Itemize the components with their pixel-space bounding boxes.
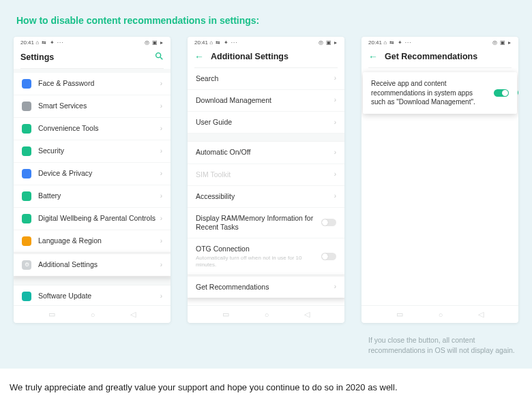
row-icon xyxy=(22,292,31,301)
system-nav: ▭ ○ ◁ xyxy=(188,305,344,323)
settings-row[interactable]: Convenience Tools › xyxy=(14,118,171,140)
row-label: Convenience Tools xyxy=(38,124,160,133)
settings-row[interactable]: Battery › xyxy=(14,185,171,208)
back-icon[interactable]: ← xyxy=(368,51,378,62)
settings-row[interactable]: Backup and Reset › xyxy=(188,299,344,305)
chevron-right-icon: › xyxy=(334,74,336,83)
row-label: Security xyxy=(38,146,160,155)
chevron-right-icon: › xyxy=(334,170,336,179)
chevron-right-icon: › xyxy=(160,261,162,270)
row-icon xyxy=(22,146,31,156)
nav-home-icon[interactable]: ○ xyxy=(91,311,95,319)
phone-settings: 20:41 ⌂ ⇆ ✦ ··· ◎ ▣ ▸ Settings Face & Pa… xyxy=(14,37,171,323)
step-badge-3: 3 xyxy=(518,89,518,97)
nav-recents-icon[interactable]: ▭ xyxy=(396,310,403,319)
settings-row[interactable]: Accessibility › xyxy=(188,186,344,208)
chevron-right-icon: › xyxy=(160,237,162,246)
svg-point-0 xyxy=(156,53,161,58)
status-bar: 20:41 ⌂ ⇆ ✦ ··· ◎ ▣ ▸ xyxy=(361,37,518,47)
row-label: Accessibility xyxy=(196,192,334,201)
row-label: Language & Region xyxy=(38,236,160,245)
row-icon xyxy=(22,102,31,111)
row-icon xyxy=(22,124,31,134)
status-bar: 20:41 ⌂ ⇆ ✦ ··· ◎ ▣ ▸ xyxy=(188,37,344,47)
row-additional-settings[interactable]: ⚙ Additional Settings › 1 xyxy=(14,254,171,276)
row-label: Automatic On/Off xyxy=(196,148,334,157)
settings-list: Face & Password › Smart Services › Conve… xyxy=(14,69,171,305)
row-icon xyxy=(22,236,31,246)
settings-row[interactable]: Search › xyxy=(188,68,344,90)
toggle-switch[interactable] xyxy=(321,219,336,226)
app-bar: Settings xyxy=(14,47,171,68)
row-label: Battery xyxy=(38,191,160,200)
nav-home-icon[interactable]: ○ xyxy=(439,311,443,319)
settings-row[interactable]: Face & Password › xyxy=(14,73,171,95)
row-label: Device & Privacy xyxy=(38,169,160,178)
settings-toggle-row: Display RAM/Memory Information for Recen… xyxy=(188,208,344,238)
row-label: SIM Toolkit xyxy=(196,170,334,179)
phone-get-recommendations: 20:41 ⌂ ⇆ ✦ ··· ◎ ▣ ▸ ← Get Recommendati… xyxy=(361,37,518,323)
recommendations-description: Receive app and content recommendations … xyxy=(371,79,487,107)
status-bar: 20:41 ⌂ ⇆ ✦ ··· ◎ ▣ ▸ xyxy=(14,37,171,47)
settings-row[interactable]: Language & Region › xyxy=(14,230,171,253)
app-bar: ← Get Recommendations xyxy=(361,47,518,67)
settings-row[interactable]: User Guide › xyxy=(188,112,344,134)
row-icon xyxy=(22,169,31,178)
settings-row[interactable]: Download Management › xyxy=(188,90,344,112)
phone-additional-settings: 20:41 ⌂ ⇆ ✦ ··· ◎ ▣ ▸ ← Additional Setti… xyxy=(188,37,344,323)
chevron-right-icon: › xyxy=(334,119,336,127)
svg-line-1 xyxy=(160,57,162,59)
search-icon[interactable] xyxy=(154,51,164,63)
recommendations-toggle-card: Receive app and content recommendations … xyxy=(363,72,517,114)
nav-back-icon[interactable]: ◁ xyxy=(130,310,136,319)
chevron-right-icon: › xyxy=(160,192,162,201)
nav-home-icon[interactable]: ○ xyxy=(265,311,269,319)
chevron-right-icon: › xyxy=(334,96,336,105)
row-label: Display RAM/Memory Information for Recen… xyxy=(196,214,321,232)
chevron-right-icon: › xyxy=(334,192,336,201)
nav-recents-icon[interactable]: ▭ xyxy=(222,310,229,319)
tutorial-caption: If you close the button, all content rec… xyxy=(368,335,518,355)
row-icon xyxy=(22,79,31,89)
chevron-right-icon: › xyxy=(160,125,162,134)
system-nav: ▭ ○ ◁ xyxy=(14,305,171,323)
row-get-recommendations[interactable]: Get Recommendations › 2 xyxy=(188,277,344,298)
row-subtext: Automatically turn off when not in use f… xyxy=(196,255,321,268)
toggle-switch[interactable] xyxy=(321,253,336,260)
settings-row[interactable]: Security › xyxy=(14,140,171,163)
chevron-right-icon: › xyxy=(160,147,162,156)
settings-row[interactable]: Automatic On/Off › xyxy=(188,142,344,164)
recommendations-toggle[interactable] xyxy=(494,89,509,97)
settings-row[interactable]: Smart Services › xyxy=(14,95,171,118)
nav-back-icon[interactable]: ◁ xyxy=(304,310,310,319)
nav-back-icon[interactable]: ◁ xyxy=(478,310,484,319)
settings-row[interactable]: Digital Wellbeing & Parental Controls › xyxy=(14,208,171,230)
chevron-right-icon: › xyxy=(334,283,336,292)
row-label: Search xyxy=(196,74,334,83)
settings-row[interactable]: SIM Toolkit › xyxy=(188,164,344,186)
row-icon xyxy=(22,214,31,223)
section-heading: How to disable content recommendations i… xyxy=(16,15,518,26)
page-title: Get Recommendations xyxy=(385,52,512,61)
row-label: Software Update xyxy=(38,292,160,300)
chevron-right-icon: › xyxy=(334,149,336,157)
row-label: User Guide xyxy=(196,118,334,127)
settings-row[interactable]: Device & Privacy › xyxy=(14,163,171,185)
app-bar: ← Additional Settings xyxy=(188,47,344,67)
row-label: Digital Wellbeing & Parental Controls xyxy=(38,214,160,223)
row-label: Smart Services xyxy=(38,102,160,110)
phones-row: 20:41 ⌂ ⇆ ✦ ··· ◎ ▣ ▸ Settings Face & Pa… xyxy=(14,37,518,323)
back-icon[interactable]: ← xyxy=(194,51,204,62)
page-title: Additional Settings xyxy=(211,52,338,61)
nav-recents-icon[interactable]: ▭ xyxy=(48,310,55,319)
row-icon xyxy=(22,191,31,201)
chevron-right-icon: › xyxy=(160,80,162,89)
gear-icon: ⚙ xyxy=(22,260,31,270)
chevron-right-icon: › xyxy=(160,170,162,178)
system-nav: ▭ ○ ◁ xyxy=(361,305,518,323)
settings-row[interactable]: Software Update › xyxy=(14,285,171,305)
chevron-right-icon: › xyxy=(160,102,162,111)
row-label: Download Management xyxy=(196,96,334,105)
settings-toggle-row: OTG ConnectionAutomatically turn off whe… xyxy=(188,238,344,275)
row-label: Face & Password xyxy=(38,79,160,88)
